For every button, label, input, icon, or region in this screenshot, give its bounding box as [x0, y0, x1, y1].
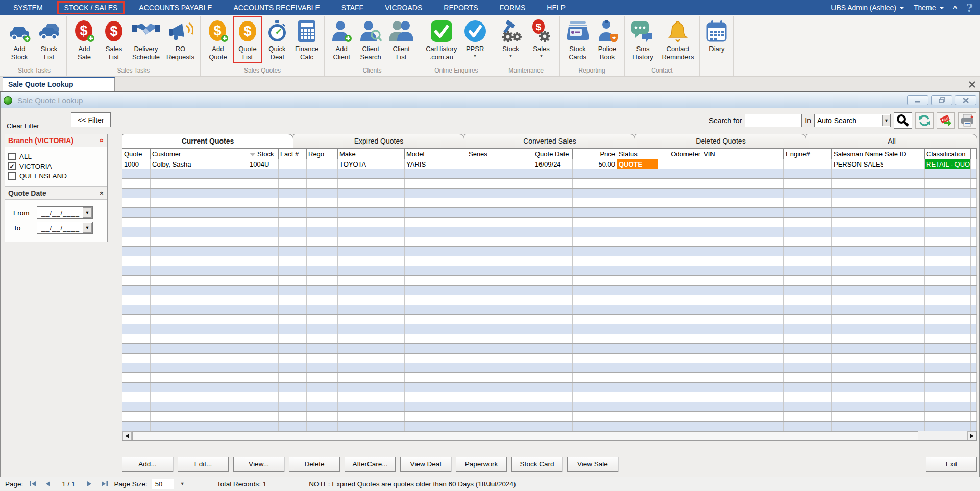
- last-page-icon[interactable]: [99, 479, 110, 489]
- quote-tab-current-quotes[interactable]: Current Quotes: [122, 134, 293, 148]
- paperwork-button[interactable]: Paperwork: [456, 457, 507, 472]
- menu-item-system[interactable]: SYSTEM: [6, 2, 50, 14]
- column-header-series[interactable]: Series: [467, 149, 533, 159]
- table-row-empty[interactable]: [122, 334, 977, 344]
- scrollbar-thumb[interactable]: [132, 431, 918, 440]
- view-button[interactable]: View...: [233, 457, 284, 472]
- table-row[interactable]: 1000Colby, Sasha1004UTOYOTAYARIS16/09/24…: [122, 159, 977, 169]
- restore-button[interactable]: [931, 95, 952, 105]
- table-row-empty[interactable]: [122, 179, 977, 189]
- checkbox-icon[interactable]: [8, 153, 16, 160]
- table-row-empty[interactable]: [122, 237, 977, 247]
- table-row-empty[interactable]: [122, 256, 977, 266]
- ribbon-button-stock-cards[interactable]: Stock Cards: [563, 16, 593, 62]
- column-header-quote[interactable]: Quote: [122, 149, 151, 159]
- table-row-empty[interactable]: [122, 324, 977, 334]
- column-header-customer[interactable]: Customer: [151, 149, 248, 159]
- ribbon-button-stock-list[interactable]: Stock List: [35, 16, 63, 62]
- menu-item-accounts-receivable[interactable]: ACCOUNTS RECEIVABLE: [227, 2, 327, 14]
- table-row-empty[interactable]: [122, 266, 977, 276]
- column-header-status[interactable]: Status: [617, 149, 658, 159]
- table-row-empty[interactable]: [122, 227, 977, 237]
- scroll-left-icon[interactable]: [122, 431, 132, 440]
- close-button[interactable]: [955, 95, 976, 105]
- branch-option-all[interactable]: ALL: [8, 153, 104, 160]
- add-button[interactable]: Add...: [122, 457, 173, 472]
- table-row-empty[interactable]: [122, 276, 977, 286]
- doc-tab-sale-quote-lookup[interactable]: Sale Quote Lookup: [3, 77, 115, 91]
- table-row-empty[interactable]: [122, 286, 977, 295]
- print-button[interactable]: [958, 112, 976, 129]
- ribbon-button-carhistory-com-au[interactable]: CarHistory .com.au: [423, 16, 459, 62]
- table-row-empty[interactable]: [122, 198, 977, 208]
- table-row-empty[interactable]: [122, 383, 977, 392]
- minimize-button[interactable]: [907, 95, 928, 105]
- ribbon-button-add-sale[interactable]: $Add Sale: [70, 16, 99, 62]
- ribbon-button-contact-reminders[interactable]: Contact Reminders: [659, 16, 697, 62]
- user-menu[interactable]: UBS Admin (Ashlee): [831, 4, 904, 12]
- ribbon-button-sms-history[interactable]: Sms History: [628, 16, 658, 62]
- table-row-empty[interactable]: [122, 412, 977, 422]
- menu-item-accounts-payable[interactable]: ACCOUNTS PAYABLE: [132, 2, 219, 14]
- search-mode-select[interactable]: Auto Search ▼: [814, 114, 891, 127]
- scroll-right-icon[interactable]: [967, 431, 976, 440]
- close-icon[interactable]: [967, 79, 977, 89]
- branch-option-queensland[interactable]: QUEENSLAND: [8, 172, 104, 180]
- menu-item-vicroads[interactable]: VICROADS: [378, 2, 429, 14]
- table-row-empty[interactable]: [122, 247, 977, 256]
- menu-item-help[interactable]: HELP: [540, 2, 573, 14]
- ribbon-button-sales[interactable]: $Sales▼: [527, 16, 556, 58]
- ribbon-button-diary[interactable]: Diary: [703, 16, 730, 53]
- table-row-empty[interactable]: [122, 402, 977, 412]
- column-header-quote_date[interactable]: Quote Date: [533, 149, 573, 159]
- table-row-empty[interactable]: [122, 354, 977, 363]
- prev-page-icon[interactable]: [42, 479, 54, 489]
- horizontal-scrollbar[interactable]: [122, 431, 977, 441]
- theme-menu[interactable]: Theme: [914, 4, 944, 12]
- table-row-empty[interactable]: [122, 208, 977, 218]
- column-header-vin[interactable]: VIN: [702, 149, 784, 159]
- stock-card-button[interactable]: Stock Card: [511, 457, 562, 472]
- quote-tab-converted-sales[interactable]: Converted Sales: [464, 134, 635, 148]
- checkbox-icon[interactable]: [8, 172, 16, 180]
- collapse-section-icon[interactable]: «: [98, 191, 106, 195]
- chevron-down-icon[interactable]: ▼: [83, 223, 92, 233]
- ribbon-button-ppsr[interactable]: PPSR▼: [461, 16, 489, 58]
- clear-filter-link[interactable]: Clear Filter: [7, 122, 39, 130]
- column-header-engine[interactable]: Engine#: [784, 149, 832, 159]
- column-header-make[interactable]: Make: [338, 149, 405, 159]
- chevron-down-icon[interactable]: ▼: [180, 481, 185, 486]
- ribbon-button-sales-list[interactable]: $Sales List: [100, 16, 128, 62]
- to-date-field[interactable]: __/__/____ ▼: [37, 222, 93, 234]
- quote-date-section-header[interactable]: Quote Date «: [5, 186, 107, 200]
- first-page-icon[interactable]: [27, 479, 38, 489]
- table-row-empty[interactable]: [122, 218, 977, 227]
- menu-item-forms[interactable]: FORMS: [493, 2, 533, 14]
- search-input[interactable]: [745, 114, 802, 127]
- ribbon-button-add-stock[interactable]: Add Stock: [5, 16, 34, 62]
- quote-tab-expired-quotes[interactable]: Expired Quotes: [293, 134, 464, 148]
- column-header-stock[interactable]: Stock: [248, 149, 279, 159]
- quote-tab-deleted-quotes[interactable]: Deleted Quotes: [635, 134, 806, 148]
- quote-tab-all[interactable]: All: [806, 134, 977, 148]
- view-deal-button[interactable]: View Deal: [400, 457, 451, 472]
- table-row-empty[interactable]: [122, 373, 977, 383]
- edit-button[interactable]: Edit...: [178, 457, 229, 472]
- collapse-section-icon[interactable]: «: [98, 138, 106, 143]
- ribbon-button-quick-deal[interactable]: Quick Deal: [263, 16, 291, 62]
- table-row-empty[interactable]: [122, 392, 977, 402]
- table-row-empty[interactable]: [122, 344, 977, 354]
- view-sale-button[interactable]: View Sale: [567, 457, 618, 472]
- aftercare-button[interactable]: AfterCare...: [345, 457, 396, 472]
- column-header-price[interactable]: Price: [573, 149, 617, 159]
- checkbox-checked-icon[interactable]: ✓: [8, 162, 16, 170]
- menu-item-stock-sales[interactable]: STOCK / SALES: [57, 1, 125, 14]
- column-header-salesman[interactable]: Salesman Name: [832, 149, 883, 159]
- column-header-sale_id[interactable]: Sale ID: [883, 149, 925, 159]
- exit-button[interactable]: Exit: [926, 457, 977, 472]
- column-header-model[interactable]: Model: [405, 149, 467, 159]
- help-icon[interactable]: ?: [966, 1, 973, 14]
- quotes-table[interactable]: QuoteCustomerStockFact #RegoMakeModelSer…: [122, 148, 977, 431]
- table-row-empty[interactable]: [122, 295, 977, 305]
- menu-item-reports[interactable]: REPORTS: [436, 2, 485, 14]
